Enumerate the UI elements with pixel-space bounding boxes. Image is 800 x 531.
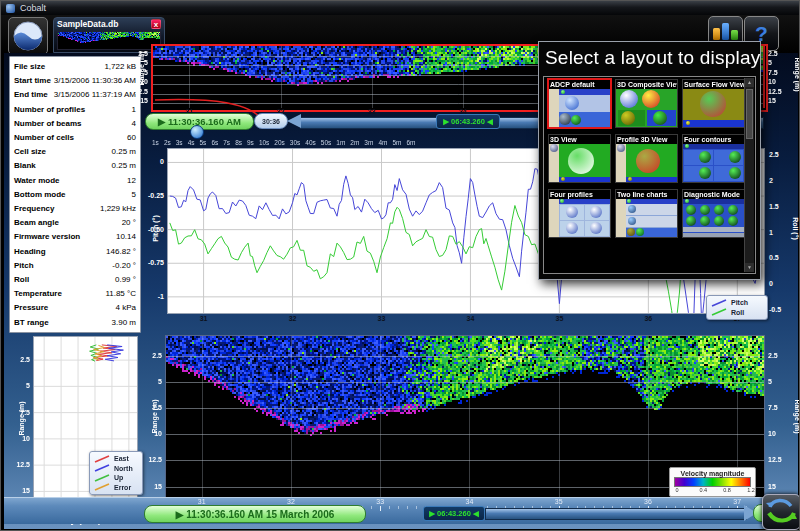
- axis-tick-label: 32: [289, 315, 297, 322]
- colorbar-tick-label: 0.4: [699, 487, 707, 493]
- scale-tick-label: 4m: [378, 139, 387, 146]
- info-row: Number of beams4: [14, 117, 136, 131]
- scale-slider-handle[interactable]: [190, 125, 204, 139]
- axis-tick-label: 34: [467, 315, 475, 322]
- popup-scrollbar[interactable]: ▲ ▼: [744, 78, 754, 272]
- layout-thumbnail: [616, 144, 677, 182]
- info-value: 60: [127, 131, 136, 145]
- ruler-tick-label: 36: [644, 498, 652, 505]
- layout-option-diagnostic[interactable]: Diagnostic Mode: [682, 189, 745, 238]
- info-label: File size: [14, 60, 45, 74]
- legend-label: East: [114, 454, 129, 464]
- bottom-duration-pill[interactable]: ▶ 06:43.260 ◀: [423, 506, 485, 521]
- info-label: Heading: [14, 245, 46, 259]
- layout-option-twolines[interactable]: Two line charts: [615, 189, 678, 238]
- layout-option-label: Diagnostic Mode: [683, 190, 744, 199]
- loop-arrows-icon: [763, 495, 798, 527]
- layout-option-view3d[interactable]: 3D View: [548, 134, 611, 183]
- ruler-tick: [371, 506, 372, 509]
- legend-label: North: [114, 464, 133, 474]
- time-scale-ruler: 1s2s3s4s5s6s7s8s9s10s20s30s40s50s1m2m3m4…: [152, 139, 415, 146]
- info-label: Cell size: [14, 145, 46, 159]
- tab-title: SampleData.db: [57, 19, 118, 29]
- info-label: Bottom mode: [14, 188, 66, 202]
- scale-tick-label: 3s: [176, 139, 183, 146]
- layout-thumbnail: [616, 89, 677, 127]
- layout-option-surface[interactable]: Surface Flow View: [682, 79, 745, 128]
- info-value: 11.85 °C: [105, 287, 136, 301]
- app-icon: [6, 4, 15, 13]
- scale-tick-label: 4s: [188, 139, 195, 146]
- layout-option-adcp[interactable]: ADCP default: [547, 78, 612, 129]
- axis-tick-label: 5: [158, 378, 162, 385]
- info-value: 5: [132, 188, 136, 202]
- scale-tick-label: 9s: [247, 139, 254, 146]
- info-row: End time3/15/2006 11:37:19 AM: [14, 88, 136, 102]
- axis-tick-label: 15: [768, 483, 776, 490]
- info-row: Pitch-0.20 °: [14, 259, 136, 273]
- loop-playback-button[interactable]: [762, 494, 800, 530]
- scroll-down-icon[interactable]: ▼: [745, 263, 754, 272]
- title-bar[interactable]: Cobalt: [1, 1, 800, 15]
- legend-entry: Pitch: [711, 298, 763, 308]
- pitch-roll-legend: PitchRoll: [706, 295, 768, 320]
- layout-option-fourprofiles[interactable]: Four profiles: [548, 189, 611, 238]
- info-label: Start time: [14, 74, 51, 88]
- top-duration-pill[interactable]: ▶ 06:43.260 ◀: [436, 114, 500, 129]
- axis-tick-label: 7.5: [768, 69, 778, 76]
- file-info-panel: File size1,722 kBStart time3/15/2006 11:…: [9, 56, 141, 333]
- tab-close-icon[interactable]: x: [151, 19, 161, 29]
- layout-option-fourcontours[interactable]: Four contours: [682, 134, 745, 183]
- time-handle-bubble[interactable]: 30:36: [254, 113, 288, 129]
- info-value: 146.82 °: [106, 245, 136, 259]
- axis-tick-label: 1.5: [769, 203, 779, 210]
- info-label: BT range: [14, 316, 49, 330]
- axis-tick-label: 15: [140, 97, 148, 104]
- velocity-magnitude-legend: Velocity magnitude 00.40.81.2: [669, 467, 756, 497]
- scale-tick-label: 8s: [235, 139, 242, 146]
- scale-tick-label: 30s: [290, 139, 300, 146]
- axis-tick-label: 35: [555, 315, 563, 322]
- axis-tick-label: -0.5: [769, 306, 781, 313]
- info-value: 12: [127, 174, 136, 188]
- axis-tick-label: 0: [160, 158, 164, 165]
- info-row: Bottom mode5: [14, 188, 136, 202]
- scale-tick-label: 6s: [211, 139, 218, 146]
- colorbar-gradient: [674, 477, 751, 487]
- info-label: Beam angle: [14, 216, 59, 230]
- axis-tick-label: 10: [768, 430, 776, 437]
- colorbar-tick-label: 0.8: [723, 487, 731, 493]
- info-value: 0.99 °: [115, 273, 136, 287]
- ruler-tick-label: 37: [733, 498, 741, 505]
- legend-entry: Up: [94, 473, 138, 483]
- ruler-tick-label: 34: [466, 498, 474, 505]
- info-row: Water mode12: [14, 174, 136, 188]
- layout-option-composite[interactable]: 3D Composite View: [615, 79, 678, 128]
- layout-list: ADCP default3D Composite ViewSurface Flo…: [543, 76, 756, 274]
- selection-right-edge: [763, 44, 765, 108]
- layout-option-profile3d[interactable]: Profile 3D View: [615, 134, 678, 183]
- info-label: Blank: [14, 159, 36, 173]
- info-row: Start time3/15/2006 11:30:36 AM: [14, 74, 136, 88]
- scroll-up-icon[interactable]: ▲: [745, 78, 754, 87]
- ruler-tick: [398, 506, 399, 509]
- info-row: Blank0.25 m: [14, 159, 136, 173]
- contour-range-axis-label-right: Range (m): [794, 399, 800, 433]
- app-logo-button[interactable]: [8, 17, 48, 55]
- cobalt-window: Cobalt SampleData.db x ? File size1,722: [0, 0, 800, 531]
- scale-tick-label: 5m: [392, 139, 401, 146]
- bottom-timeline-bar[interactable]: [485, 508, 747, 520]
- scale-tick-label: 1m: [336, 139, 345, 146]
- bottom-start-time-pill[interactable]: ▶ 11:30:36.160 AM 15 March 2006: [144, 505, 366, 523]
- info-label: Roll: [14, 273, 29, 287]
- axis-tick-label: 0: [769, 280, 773, 287]
- axis-tick-label: -1: [158, 293, 164, 300]
- scrollbar-thumb[interactable]: [746, 89, 753, 139]
- layout-thumbnail: [683, 199, 744, 237]
- axis-tick-label: 15: [154, 483, 162, 490]
- axis-tick-label: 7.5: [138, 69, 148, 76]
- ruler-tick-label: 35: [555, 498, 563, 505]
- info-value: -0.20 °: [112, 259, 136, 273]
- colorbar-title: Velocity magnitude: [674, 470, 751, 477]
- scale-tick-label: 10s: [259, 139, 269, 146]
